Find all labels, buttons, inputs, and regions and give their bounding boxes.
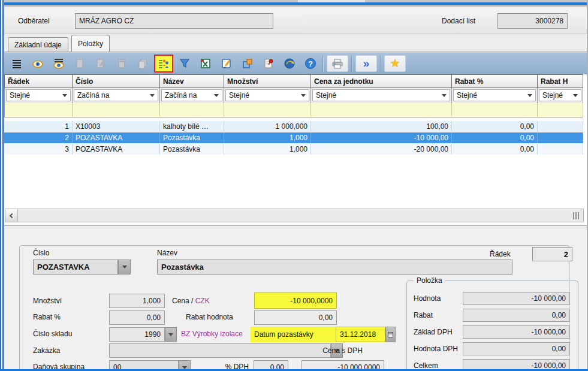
- customer-label: Odběratel: [18, 17, 50, 25]
- filter-operator-select[interactable]: Stejné: [312, 89, 450, 101]
- cell-mnozstvi: 1 000,000: [224, 121, 311, 132]
- print-icon[interactable]: [327, 55, 348, 72]
- items-grid: Řádek Číslo Název Množství Cena za jedno…: [4, 74, 587, 225]
- cell-mnozstvi: 1,000: [224, 144, 311, 155]
- celkem-label: Celkem: [414, 361, 438, 370]
- rabat-sum-label: Rabat: [414, 311, 433, 319]
- calendar-button[interactable]: [385, 327, 396, 342]
- col-header[interactable]: Řádek: [4, 74, 73, 88]
- filter-value-cell[interactable]: [224, 103, 311, 117]
- tab-items[interactable]: Položky: [71, 35, 110, 52]
- filter-value-cell[interactable]: [73, 103, 160, 117]
- rabat-hodnota-field[interactable]: 0,00: [254, 310, 337, 325]
- rabat-pct-field[interactable]: 0,00: [109, 310, 165, 325]
- cislo-skladu-label: Číslo skladu: [33, 330, 72, 338]
- grid-row-2-selected[interactable]: 2 POZASTAVKA Pozastávka 1,000 -10 000,00…: [4, 132, 583, 144]
- hodnota-dph-label: Hodnota DPH: [414, 345, 458, 353]
- cell-cislo: X10003: [73, 121, 160, 132]
- hodnota-dph-field: 0,00: [463, 342, 570, 355]
- col-header[interactable]: Množství: [224, 74, 311, 88]
- more-actions-icon[interactable]: »: [355, 55, 377, 72]
- cell-rabat-h: [538, 132, 583, 143]
- cell-nazev: kalhoty bílé …: [160, 121, 224, 132]
- cell-rabat-h: [538, 121, 583, 132]
- excel-export-icon[interactable]: [197, 55, 215, 72]
- col-header[interactable]: Název: [160, 74, 224, 88]
- preview-eye-icon[interactable]: [29, 55, 47, 72]
- cell-nazev: Pozastávka: [160, 132, 224, 143]
- filter-operator-select[interactable]: Stejné: [453, 89, 536, 101]
- cislo-dropdown-button[interactable]: [118, 260, 131, 275]
- cislo-field[interactable]: POZASTAVKA: [33, 260, 118, 275]
- tab-basic-data[interactable]: Základní údaje: [8, 37, 68, 52]
- delivery-note-window: Odběratel MRÁZ AGRO CZ Dodací list 30002…: [0, 0, 588, 371]
- copy-record-icon[interactable]: [134, 55, 152, 72]
- filter-operator-select[interactable]: Začíná na: [161, 89, 222, 101]
- grid-row-1[interactable]: 1 X10003 kalhoty bílé … 1 000,000 100,00…: [4, 121, 583, 132]
- filter-funnel-icon[interactable]: [176, 55, 194, 72]
- toolbar-separator: [380, 56, 381, 71]
- filter-operator-select[interactable]: Začíná na: [74, 89, 158, 101]
- cell-cena: 100,00: [311, 121, 452, 132]
- mnozstvi-field[interactable]: 1,000: [109, 294, 165, 308]
- cislo-skladu-field[interactable]: 1990: [109, 327, 165, 342]
- toolbar: ? » ★: [4, 52, 587, 74]
- chevron-down-icon: [527, 94, 532, 97]
- window-top-edge: [0, 0, 588, 7]
- currency-label: CZK: [195, 297, 210, 305]
- edit-note-icon[interactable]: [218, 55, 236, 72]
- filter-operator-select[interactable]: Stejné: [6, 89, 71, 101]
- col-header[interactable]: Rabat H: [538, 74, 583, 88]
- datum-pozastavky-label: Datum pozastávky: [251, 327, 336, 342]
- zakazka-field[interactable]: [109, 343, 331, 358]
- attach-document-icon[interactable]: [260, 55, 278, 72]
- scrollbar-grip[interactable]: [573, 212, 579, 219]
- rabat-hodnota-label: Rabat hodnota: [186, 313, 233, 321]
- delete-record-icon[interactable]: [113, 55, 131, 72]
- datum-pozastavky-field[interactable]: 31.12.2018: [336, 327, 385, 342]
- preview-lines-eye-icon[interactable]: [50, 55, 68, 72]
- cell-radek: 1: [4, 121, 73, 132]
- scroll-left-button[interactable]: [5, 209, 18, 222]
- refresh-icon[interactable]: [281, 55, 298, 72]
- doc-number-field[interactable]: 3000278: [497, 13, 568, 29]
- cell-radek: 3: [4, 144, 73, 155]
- doc-number-label: Dodací list: [442, 17, 475, 25]
- window-left-edge: [0, 0, 4, 371]
- col-header[interactable]: Číslo: [73, 74, 160, 88]
- filter-operator-select[interactable]: Stejné: [225, 89, 309, 101]
- cena-label: Cena / CZK: [172, 297, 210, 305]
- filter-value-cell[interactable]: [160, 103, 224, 117]
- nazev-field[interactable]: Pozastávka: [157, 260, 512, 275]
- horizontal-scrollbar[interactable]: [5, 209, 584, 222]
- edit-record-icon[interactable]: [92, 55, 110, 72]
- cell-rabat: 0,00: [452, 132, 538, 143]
- chevron-down-icon: [150, 94, 155, 97]
- filter-value-cell[interactable]: [4, 103, 73, 117]
- sklad-nazev-label: BZ Výrobky izolace: [181, 330, 243, 338]
- grid-row-3[interactable]: 3 POZASTAVKA Pozastávka 1,000 -20 000,00…: [4, 144, 583, 155]
- filter-operator-select[interactable]: Stejné: [539, 89, 581, 101]
- col-header[interactable]: Rabat %: [452, 74, 538, 88]
- filter-value-cell[interactable]: [311, 103, 452, 117]
- customer-field[interactable]: MRÁZ AGRO CZ: [75, 13, 273, 29]
- polozka-legend: Položka: [414, 276, 445, 285]
- col-header[interactable]: Cena za jednotku: [311, 74, 452, 88]
- new-record-icon[interactable]: [71, 55, 89, 72]
- list-view-icon[interactable]: [8, 55, 26, 72]
- cell-cislo: POZASTAVKA: [73, 144, 160, 155]
- filter-value-cell[interactable]: [452, 103, 538, 117]
- grid-filter-row: Stejné Začíná na Začíná na Stejné Stejné…: [4, 88, 583, 103]
- select-columns-icon[interactable]: [155, 55, 173, 72]
- copy-special-icon[interactable]: [239, 55, 257, 72]
- toolbar-separator: [351, 56, 352, 71]
- cell-rabat-h: [538, 144, 583, 155]
- cena-s-dph-label: Cena s DPH: [301, 346, 384, 355]
- cena-field-highlighted[interactable]: -10 000,0000: [254, 292, 337, 309]
- filter-value-cell[interactable]: [538, 103, 583, 117]
- favorites-star-icon[interactable]: ★: [384, 55, 406, 72]
- mnozstvi-label: Množství: [33, 297, 62, 305]
- help-icon[interactable]: ?: [301, 55, 319, 72]
- cell-mnozstvi: 1,000: [224, 132, 311, 143]
- sklad-dropdown-button[interactable]: [165, 327, 177, 342]
